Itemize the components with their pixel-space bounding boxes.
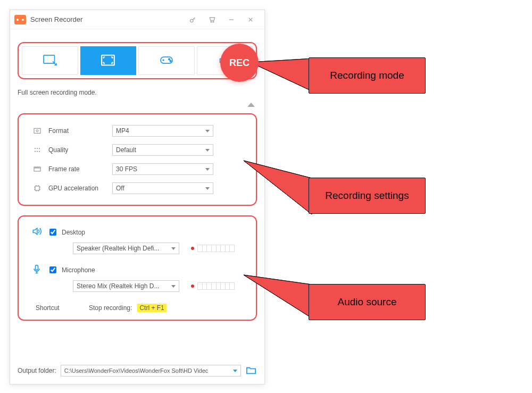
gpu-icon bbox=[31, 184, 43, 193]
mic-checkbox[interactable] bbox=[49, 266, 56, 273]
desktop-checkbox[interactable] bbox=[49, 229, 56, 236]
shortcut-label: Shortcut bbox=[36, 304, 89, 312]
callout-settings: Recording settings bbox=[309, 178, 426, 214]
format-label: Format bbox=[48, 127, 112, 135]
fullscreen-mode-button[interactable] bbox=[80, 46, 137, 75]
titlebar: Screen Recorder bbox=[10, 10, 264, 29]
gpu-label: GPU acceleration bbox=[48, 185, 112, 192]
svg-point-19 bbox=[39, 151, 40, 152]
app-icon bbox=[14, 15, 26, 24]
svg-point-16 bbox=[39, 148, 40, 149]
svg-point-10 bbox=[170, 61, 171, 62]
callout-audio: Audio source bbox=[309, 284, 426, 320]
desktop-label: Desktop bbox=[62, 229, 85, 236]
format-row: Format MP4 bbox=[31, 125, 243, 137]
framerate-select[interactable]: 30 FPS bbox=[112, 163, 213, 175]
settings-box-highlight: Format MP4 Quality Default Frame rate 30… bbox=[18, 113, 257, 206]
mic-level-meter bbox=[191, 282, 235, 290]
mic-label: Microphone bbox=[62, 266, 95, 274]
output-label: Output folder: bbox=[18, 367, 56, 374]
quality-row: Quality Default bbox=[31, 144, 243, 156]
mic-audio-row: Microphone bbox=[31, 264, 243, 276]
svg-point-1 bbox=[211, 21, 212, 22]
desktop-device-select[interactable]: Speaker (Realtek High Defi... bbox=[73, 243, 179, 254]
microphone-icon bbox=[31, 264, 44, 276]
svg-point-2 bbox=[213, 21, 214, 22]
output-path-select[interactable]: C:\Users\WonderFox\Videos\WonderFox Soft… bbox=[61, 365, 241, 377]
quality-label: Quality bbox=[48, 146, 112, 154]
svg-point-17 bbox=[35, 151, 36, 152]
svg-marker-35 bbox=[250, 58, 313, 91]
window-title: Screen Recorder bbox=[30, 15, 82, 23]
svg-point-14 bbox=[35, 148, 36, 149]
format-icon bbox=[31, 127, 43, 135]
svg-marker-36 bbox=[244, 161, 312, 214]
open-folder-button[interactable] bbox=[245, 365, 257, 377]
desktop-device-row: Speaker (Realtek High Defi... bbox=[31, 243, 243, 254]
framerate-label: Frame rate bbox=[48, 165, 112, 173]
mic-device-row: Stereo Mix (Realtek High D... bbox=[31, 280, 243, 292]
callout-pointer-settings bbox=[244, 157, 313, 215]
audio-box-highlight: Desktop Speaker (Realtek High Defi... Mi… bbox=[18, 215, 257, 321]
svg-rect-12 bbox=[34, 128, 40, 133]
gpu-row: GPU acceleration Off bbox=[31, 182, 243, 194]
output-row: Output folder: C:\Users\WonderFox\Videos… bbox=[18, 365, 257, 377]
quality-icon bbox=[31, 146, 43, 154]
framerate-icon bbox=[31, 165, 43, 173]
cart-icon[interactable] bbox=[203, 12, 222, 27]
collapse-arrow-icon[interactable] bbox=[10, 99, 264, 109]
svg-rect-25 bbox=[35, 186, 39, 190]
svg-point-13 bbox=[36, 130, 38, 132]
game-mode-button[interactable] bbox=[138, 46, 195, 75]
framerate-row: Frame rate 30 FPS bbox=[31, 163, 243, 175]
callout-pointer-mode bbox=[250, 58, 314, 96]
callout-mode: Recording mode bbox=[309, 57, 426, 94]
desktop-level-meter bbox=[191, 245, 235, 252]
minimize-button[interactable] bbox=[222, 12, 241, 27]
shortcut-key: Ctrl + F1 bbox=[137, 304, 166, 312]
svg-point-15 bbox=[37, 148, 38, 149]
svg-point-9 bbox=[169, 58, 170, 60]
close-button[interactable] bbox=[241, 12, 260, 27]
shortcut-row: Shortcut Stop recording: Ctrl + F1 bbox=[31, 302, 243, 312]
quality-select[interactable]: Default bbox=[112, 144, 213, 156]
svg-rect-20 bbox=[34, 167, 40, 171]
desktop-audio-row: Desktop bbox=[31, 226, 243, 238]
record-button[interactable]: REC bbox=[220, 44, 259, 82]
svg-point-18 bbox=[37, 151, 38, 152]
svg-point-0 bbox=[190, 19, 193, 22]
callout-pointer-audio bbox=[244, 271, 313, 319]
svg-rect-34 bbox=[36, 265, 38, 270]
speaker-icon bbox=[31, 226, 44, 238]
key-icon[interactable] bbox=[184, 12, 203, 27]
gpu-select[interactable]: Off bbox=[112, 182, 213, 194]
svg-marker-11 bbox=[247, 103, 255, 107]
mode-hint: Full screen recording mode. bbox=[10, 83, 264, 99]
format-select[interactable]: MP4 bbox=[112, 125, 213, 137]
mic-device-select[interactable]: Stereo Mix (Realtek High D... bbox=[73, 280, 179, 292]
svg-marker-37 bbox=[244, 275, 312, 318]
region-mode-button[interactable] bbox=[22, 46, 78, 75]
stop-recording-label: Stop recording: bbox=[89, 304, 132, 312]
